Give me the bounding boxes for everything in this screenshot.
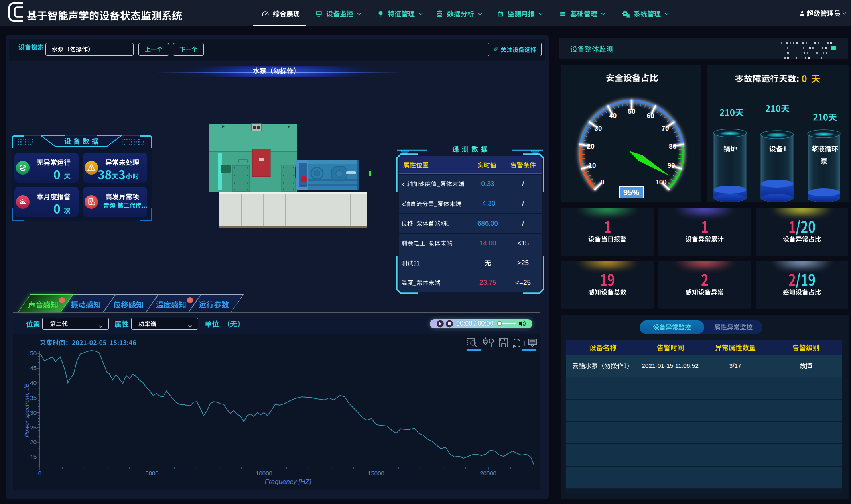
svg-text:30: 30 xyxy=(30,409,37,416)
svg-text:0: 0 xyxy=(38,470,41,477)
svg-text:90: 90 xyxy=(667,162,675,169)
svg-text:10: 10 xyxy=(589,162,596,169)
svg-text:100: 100 xyxy=(655,178,666,186)
svg-text:50: 50 xyxy=(628,108,636,115)
svg-text:40: 40 xyxy=(609,112,617,120)
svg-text:60: 60 xyxy=(647,112,654,120)
svg-text:20000: 20000 xyxy=(480,470,496,477)
svg-text:Frequency [HZ]: Frequency [HZ] xyxy=(264,478,311,486)
svg-text:50: 50 xyxy=(30,350,37,357)
svg-text:40: 40 xyxy=(30,379,37,386)
svg-text:10000: 10000 xyxy=(256,470,272,477)
svg-text:5000: 5000 xyxy=(145,470,158,477)
svg-text:80: 80 xyxy=(669,143,676,150)
svg-text:20: 20 xyxy=(30,439,37,445)
svg-text:35: 35 xyxy=(30,394,37,401)
svg-text:Power spectrum, dB: Power spectrum, dB xyxy=(23,383,30,437)
svg-text:30: 30 xyxy=(594,125,602,132)
svg-text:15000: 15000 xyxy=(368,470,384,477)
svg-text:95%: 95% xyxy=(623,188,639,197)
svg-text:25: 25 xyxy=(30,424,37,431)
svg-text:20: 20 xyxy=(587,143,595,150)
svg-text:70: 70 xyxy=(662,125,669,132)
svg-text:0: 0 xyxy=(601,178,604,186)
svg-text:15: 15 xyxy=(30,453,37,460)
svg-text:45: 45 xyxy=(30,365,37,371)
